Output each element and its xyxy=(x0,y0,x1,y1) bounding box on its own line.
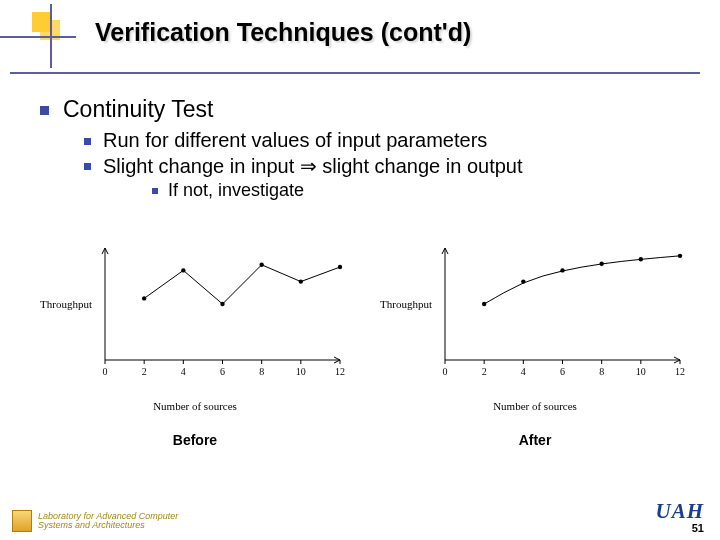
svg-text:6: 6 xyxy=(560,366,565,377)
chart-svg-before: 024681012 xyxy=(40,238,350,388)
svg-point-43 xyxy=(678,254,682,258)
svg-point-20 xyxy=(299,279,303,283)
x-axis-label: Number of sources xyxy=(380,400,690,412)
svg-text:2: 2 xyxy=(482,366,487,377)
svg-text:12: 12 xyxy=(335,366,345,377)
svg-text:12: 12 xyxy=(675,366,685,377)
bullet-level3: If not, investigate xyxy=(152,180,680,201)
x-axis-label: Number of sources xyxy=(40,400,350,412)
svg-text:0: 0 xyxy=(103,366,108,377)
bullet-level2: Slight change in input ⇒ slight change i… xyxy=(84,154,680,178)
bullet-level1: Continuity Test xyxy=(40,96,680,123)
lab-logo-icon xyxy=(12,510,32,532)
svg-point-16 xyxy=(142,296,146,300)
slide: Verification Techniques (cont'd) Continu… xyxy=(0,0,720,540)
chart-caption-before: Before xyxy=(40,432,350,448)
footer-left: Laboratory for Advanced Computer Systems… xyxy=(12,510,178,532)
svg-text:8: 8 xyxy=(259,366,264,377)
slide-title: Verification Techniques (cont'd) xyxy=(95,18,720,47)
svg-text:4: 4 xyxy=(521,366,526,377)
svg-point-18 xyxy=(220,302,224,306)
corner-accent xyxy=(28,10,74,56)
svg-point-39 xyxy=(521,279,525,283)
y-axis-label: Throughput xyxy=(40,298,92,310)
svg-text:10: 10 xyxy=(296,366,306,377)
org-logo-text: UAH xyxy=(655,499,704,524)
charts-row: Throughput 024681012 Number of sources B… xyxy=(40,238,690,438)
bullet-text: Slight change in input ⇒ slight change i… xyxy=(103,154,523,178)
svg-point-17 xyxy=(181,268,185,272)
svg-text:10: 10 xyxy=(636,366,646,377)
lab-line2: Systems and Architectures xyxy=(38,520,145,530)
svg-text:8: 8 xyxy=(599,366,604,377)
content-area: Continuity Test Run for different values… xyxy=(0,78,720,201)
svg-text:0: 0 xyxy=(443,366,448,377)
bullet-text: Continuity Test xyxy=(63,96,213,123)
svg-point-41 xyxy=(599,261,603,265)
svg-point-40 xyxy=(560,268,564,272)
title-underline xyxy=(10,72,700,74)
chart-caption-after: After xyxy=(380,432,690,448)
svg-point-21 xyxy=(338,265,342,269)
svg-text:4: 4 xyxy=(181,366,186,377)
svg-text:6: 6 xyxy=(220,366,225,377)
square-bullet-icon xyxy=(84,163,91,170)
svg-text:2: 2 xyxy=(142,366,147,377)
bullet-text: Run for different values of input parame… xyxy=(103,129,487,152)
lab-name: Laboratory for Advanced Computer Systems… xyxy=(38,512,178,531)
chart-before: Throughput 024681012 Number of sources B… xyxy=(40,238,350,418)
chart-svg-after: 024681012 xyxy=(380,238,690,388)
svg-point-38 xyxy=(482,302,486,306)
bullet-text: If not, investigate xyxy=(168,180,304,201)
svg-point-42 xyxy=(639,257,643,261)
square-bullet-icon xyxy=(40,106,49,115)
chart-after: Throughput 024681012 Number of sources A… xyxy=(380,238,690,418)
svg-point-19 xyxy=(259,263,263,267)
square-bullet-icon xyxy=(84,138,91,145)
title-area: Verification Techniques (cont'd) xyxy=(0,0,720,78)
footer-right: UAH 51 xyxy=(655,499,704,534)
y-axis-label: Throughput xyxy=(380,298,432,310)
square-bullet-icon xyxy=(152,188,158,194)
bullet-level2: Run for different values of input parame… xyxy=(84,129,680,152)
